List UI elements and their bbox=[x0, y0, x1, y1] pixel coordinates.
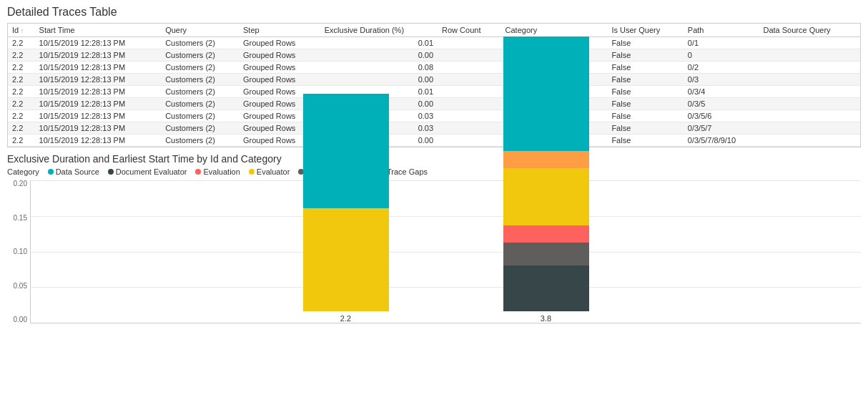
y-axis: 0.200.150.100.050.00 bbox=[7, 180, 30, 323]
col-header-path[interactable]: Path bbox=[684, 24, 759, 37]
col-header-id[interactable]: Id bbox=[8, 24, 35, 37]
cell-path: 0/3/4 bbox=[684, 86, 759, 98]
bar-segment-data-source bbox=[303, 94, 389, 208]
bar-segment-other bbox=[503, 243, 589, 265]
cell-id: 2.2 bbox=[8, 62, 35, 74]
legend-item-document-evaluator: Document Evaluator bbox=[108, 167, 187, 176]
cell-query: Customers (2) bbox=[161, 86, 239, 98]
cell-startTime: 10/15/2019 12:28:13 PM bbox=[35, 49, 162, 62]
table-wrapper: IdStart TimeQueryStepExclusive Duration … bbox=[7, 23, 861, 147]
y-axis-label: 0.15 bbox=[14, 215, 27, 222]
col-header-step[interactable]: Step bbox=[239, 24, 320, 37]
legend-item-evaluation: Evaluation bbox=[195, 167, 240, 176]
cell-path: 0/3 bbox=[684, 74, 759, 86]
cell-id: 2.2 bbox=[8, 135, 35, 147]
cell-isUserQuery: False bbox=[607, 86, 683, 98]
col-header-startTime[interactable]: Start Time bbox=[35, 24, 162, 37]
cell-id: 2.2 bbox=[8, 122, 35, 135]
col-header-isUserQuery[interactable]: Is User Query bbox=[607, 24, 683, 37]
bar-label: 2.2 bbox=[340, 314, 351, 323]
cell-query: Customers (2) bbox=[161, 110, 239, 122]
cell-query: Customers (2) bbox=[161, 122, 239, 135]
cell-dataSourceQuery bbox=[759, 98, 860, 110]
cell-rowCount bbox=[438, 49, 501, 62]
legend-label: Data Source bbox=[56, 167, 99, 176]
cell-isUserQuery: False bbox=[607, 98, 683, 110]
cell-dataSourceQuery bbox=[759, 110, 860, 122]
cell-isUserQuery: False bbox=[607, 135, 683, 147]
table-row[interactable]: 2.210/15/2019 12:28:13 PMCustomers (2)Gr… bbox=[8, 135, 860, 147]
bar-segment-data-source bbox=[503, 36, 589, 151]
table-row[interactable]: 2.210/15/2019 12:28:13 PMCustomers (2)Gr… bbox=[8, 49, 860, 62]
stacked-bar bbox=[503, 36, 589, 311]
chart-title: Exclusive Duration and Earliest Start Ti… bbox=[7, 153, 861, 165]
cell-isUserQuery: False bbox=[607, 49, 683, 62]
cell-query: Customers (2) bbox=[161, 74, 239, 86]
cell-rowCount bbox=[438, 74, 501, 86]
cell-exclusiveDuration: 0.00 bbox=[320, 49, 438, 62]
cell-rowCount bbox=[438, 86, 501, 98]
main-page: Detailed Traces Table IdStart TimeQueryS… bbox=[0, 0, 868, 395]
y-axis-label: 0.00 bbox=[14, 316, 27, 323]
cell-query: Customers (2) bbox=[161, 37, 239, 49]
y-axis-label: 0.05 bbox=[14, 283, 27, 290]
cell-startTime: 10/15/2019 12:28:13 PM bbox=[35, 62, 162, 74]
table-scroll[interactable]: IdStart TimeQueryStepExclusive Duration … bbox=[8, 24, 860, 147]
cell-step: Grouped Rows bbox=[239, 37, 320, 49]
cell-path: 0/1 bbox=[684, 37, 759, 49]
cell-exclusiveDuration: 0.08 bbox=[320, 62, 438, 74]
bar-group-2.2: 2.2 bbox=[303, 94, 389, 323]
cell-path: 0 bbox=[684, 49, 759, 62]
table-row[interactable]: 2.210/15/2019 12:28:13 PMCustomers (2)Gr… bbox=[8, 37, 860, 49]
col-header-query[interactable]: Query bbox=[161, 24, 239, 37]
legend-category-label: Category bbox=[7, 167, 39, 176]
cell-path: 0/3/5/6 bbox=[684, 110, 759, 122]
cell-id: 2.2 bbox=[8, 86, 35, 98]
cell-rowCount bbox=[438, 98, 501, 110]
legend-dot bbox=[195, 169, 201, 175]
legend-dot bbox=[249, 169, 255, 175]
cell-exclusiveDuration: 0.01 bbox=[320, 37, 438, 49]
chart-section: Exclusive Duration and Earliest Start Ti… bbox=[7, 153, 861, 389]
table-row[interactable]: 2.210/15/2019 12:28:13 PMCustomers (2)Gr… bbox=[8, 98, 860, 110]
table-row[interactable]: 2.210/15/2019 12:28:13 PMCustomers (2)Gr… bbox=[8, 86, 860, 98]
cell-dataSourceQuery bbox=[759, 37, 860, 49]
cell-dataSourceQuery bbox=[759, 74, 860, 86]
cell-id: 2.2 bbox=[8, 49, 35, 62]
bar-group-3.8: 3.8 bbox=[503, 36, 589, 323]
cell-dataSourceQuery bbox=[759, 86, 860, 98]
table-row[interactable]: 2.210/15/2019 12:28:13 PMCustomers (2)Gr… bbox=[8, 122, 860, 135]
cell-isUserQuery: False bbox=[607, 37, 683, 49]
col-header-exclusiveDuration[interactable]: Exclusive Duration (%) bbox=[320, 24, 438, 37]
cell-id: 2.2 bbox=[8, 110, 35, 122]
table-row[interactable]: 2.210/15/2019 12:28:13 PMCustomers (2)Gr… bbox=[8, 110, 860, 122]
cell-dataSourceQuery bbox=[759, 122, 860, 135]
legend-label: Evaluator bbox=[257, 167, 290, 176]
chart-area: 0.200.150.100.050.00 2.23.8 bbox=[7, 180, 861, 323]
cell-query: Customers (2) bbox=[161, 62, 239, 74]
cell-isUserQuery: False bbox=[607, 110, 683, 122]
table-row[interactable]: 2.210/15/2019 12:28:13 PMCustomers (2)Gr… bbox=[8, 74, 860, 86]
cell-isUserQuery: False bbox=[607, 62, 683, 74]
cell-dataSourceQuery bbox=[759, 62, 860, 74]
cell-step: Grouped Rows bbox=[239, 49, 320, 62]
table-section: Detailed Traces Table IdStart TimeQueryS… bbox=[7, 6, 861, 147]
cell-rowCount bbox=[438, 122, 501, 135]
bar-label: 3.8 bbox=[541, 314, 551, 323]
cell-query: Customers (2) bbox=[161, 49, 239, 62]
cell-dataSourceQuery bbox=[759, 49, 860, 62]
y-axis-label: 0.10 bbox=[14, 248, 27, 255]
cell-rowCount bbox=[438, 62, 501, 74]
bar-segment-evaluator bbox=[303, 208, 389, 311]
cell-path: 0/2 bbox=[684, 62, 759, 74]
table-row[interactable]: 2.210/15/2019 12:28:13 PMCustomers (2)Gr… bbox=[8, 62, 860, 74]
bar-segment-evaluator bbox=[503, 168, 589, 225]
cell-step: Grouped Rows bbox=[239, 62, 320, 74]
bar-segment-document-evaluator bbox=[503, 265, 589, 311]
col-header-rowCount[interactable]: Row Count bbox=[438, 24, 501, 37]
cell-dataSourceQuery bbox=[759, 135, 860, 147]
legend-label: Trace Gaps bbox=[387, 167, 428, 176]
col-header-dataSourceQuery[interactable]: Data Source Query bbox=[759, 24, 860, 37]
col-header-category[interactable]: Category bbox=[501, 24, 608, 37]
cell-path: 0/3/5/7/8/9/10 bbox=[684, 135, 759, 147]
